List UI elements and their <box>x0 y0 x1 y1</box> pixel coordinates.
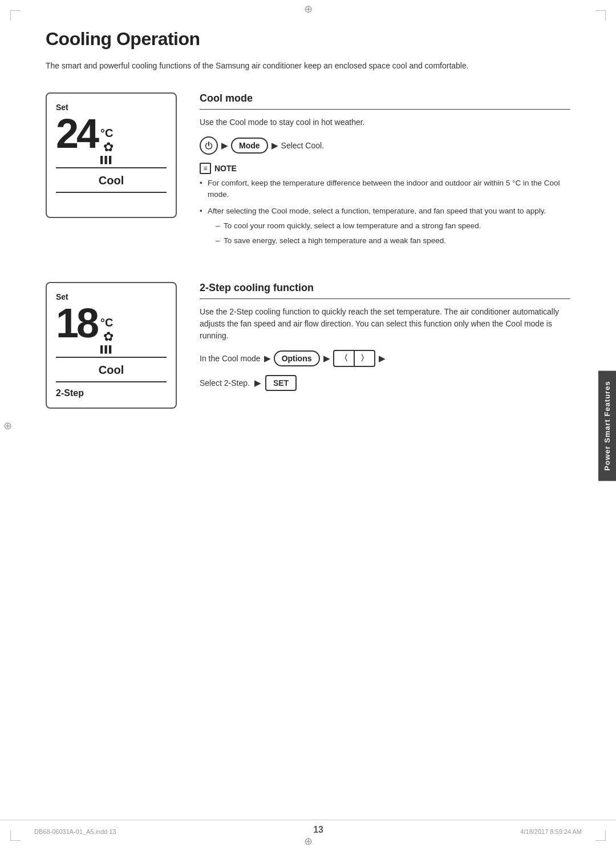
corner-mark-tl <box>10 10 21 21</box>
mode-button[interactable]: Mode <box>231 138 268 154</box>
lcd-icons-2: °C ✿ ▌▌▌ <box>99 310 113 353</box>
lcd-fan-icon-1: ✿ <box>103 140 114 155</box>
footer: DB68-06031A-01_A5.indd 13 13 4/18/2017 8… <box>0 820 616 835</box>
arrow-6: ▶ <box>254 378 261 388</box>
arrow-3: ▶ <box>264 354 270 363</box>
note-sub-1: To cool your room quickly, select a low … <box>216 220 570 232</box>
lcd-divider-bottom-1 <box>56 192 167 193</box>
two-step-lcd: Set 18 °C ✿ ▌▌▌ Cool 2-Step <box>46 282 177 409</box>
page-title: Cooling Operation <box>46 29 570 50</box>
lcd-icons-1: °C ✿ ▌▌▌ <box>99 121 113 164</box>
two-step-select-row: Select 2-Step. ▶ SET <box>200 375 570 391</box>
lcd-fan-icon-2: ✿ <box>103 329 114 344</box>
note-list: For comfort, keep the temperature differ… <box>200 178 570 247</box>
lcd-mode-label-1: Cool <box>56 174 167 187</box>
cool-mode-lcd: Set 24 °C ✿ ▌▌▌ Cool <box>46 92 177 218</box>
nav-control[interactable]: 〈 〉 <box>333 350 375 367</box>
arrow-1: ▶ <box>221 141 228 150</box>
lcd-bar-icon-2: ▌▌▌ <box>100 345 114 353</box>
lcd-degree-1: °C <box>100 127 113 140</box>
note-item-2-text: After selecting the Cool mode, select a … <box>208 207 546 215</box>
arrow-4: ▶ <box>323 354 330 363</box>
arrow-5: ▶ <box>379 354 385 363</box>
select-2step-label: Select 2-Step. <box>200 378 250 388</box>
corner-mark-tr <box>595 10 606 21</box>
note-box: ≡ NOTE For comfort, keep the temperature… <box>200 163 570 247</box>
cool-mode-label: In the Cool mode <box>200 354 261 363</box>
top-cross-mark: ⊕ <box>302 3 314 15</box>
lcd-temp-row-2: 18 °C ✿ ▌▌▌ <box>56 303 167 353</box>
note-icon: ≡ <box>200 163 211 174</box>
cool-mode-content: Cool mode Use the Cool mode to stay cool… <box>200 92 570 253</box>
lcd-degree-2: °C <box>100 316 113 329</box>
main-content: Cooling Operation The smart and powerful… <box>46 29 570 409</box>
options-button[interactable]: Options <box>274 350 320 366</box>
cool-mode-heading: Cool mode <box>200 92 570 110</box>
footer-left: DB68-06031A-01_A5.indd 13 <box>34 828 116 835</box>
note-item-1: For comfort, keep the temperature differ… <box>200 178 570 201</box>
page-number: 13 <box>313 825 323 835</box>
two-step-heading: 2-Step cooling function <box>200 282 570 299</box>
cool-mode-control-seq: ▶ Mode ▶ Select Cool. <box>200 136 570 155</box>
lcd-divider-top-2 <box>56 357 167 358</box>
intro-text: The smart and powerful cooling functions… <box>46 60 513 72</box>
left-cross-mark: ⊕ <box>3 420 12 432</box>
power-icon <box>200 136 218 155</box>
note-title: ≡ NOTE <box>200 163 570 174</box>
set-button[interactable]: SET <box>265 375 297 391</box>
side-tab: Power Smart Features <box>598 370 616 481</box>
footer-right: 4/18/2017 8:59:24 AM <box>520 828 582 835</box>
nav-right-button[interactable]: 〉 <box>355 351 374 366</box>
lcd-step-label: 2-Step <box>56 388 84 398</box>
cool-mode-section: Set 24 °C ✿ ▌▌▌ Cool Cool mode Use the C… <box>46 92 570 253</box>
two-step-section: Set 18 °C ✿ ▌▌▌ Cool 2-Step 2-Step cooli… <box>46 282 570 409</box>
lcd-divider-top-1 <box>56 167 167 168</box>
lcd-divider-bottom-2 <box>56 381 167 382</box>
note-sub-2: To save energy, select a high temperatur… <box>216 235 570 247</box>
two-step-content: 2-Step cooling function Use the 2-Step c… <box>200 282 570 399</box>
lcd-mode-label-2: Cool <box>56 364 167 377</box>
lcd-bar-icon-1: ▌▌▌ <box>100 156 114 164</box>
two-step-desc: Use the 2-Step cooling function to quick… <box>200 306 570 342</box>
note-sublist: To cool your room quickly, select a low … <box>208 220 570 247</box>
lcd-number-1: 24 <box>56 113 97 154</box>
side-tab-label: Power Smart Features <box>603 381 611 470</box>
nav-left-button[interactable]: 〈 <box>334 351 355 366</box>
bottom-cross-mark: ⊕ <box>304 835 313 848</box>
select-cool-label: Select Cool. <box>281 141 324 150</box>
lcd-number-2: 18 <box>56 303 97 344</box>
arrow-2: ▶ <box>271 141 278 150</box>
note-title-text: NOTE <box>214 164 237 173</box>
note-item-2: After selecting the Cool mode, select a … <box>200 205 570 247</box>
lcd-temp-row-1: 24 °C ✿ ▌▌▌ <box>56 113 167 164</box>
two-step-control-seq-1: In the Cool mode ▶ Options ▶ 〈 〉 ▶ <box>200 350 570 367</box>
cool-mode-desc: Use the Cool mode to stay cool in hot we… <box>200 116 570 128</box>
